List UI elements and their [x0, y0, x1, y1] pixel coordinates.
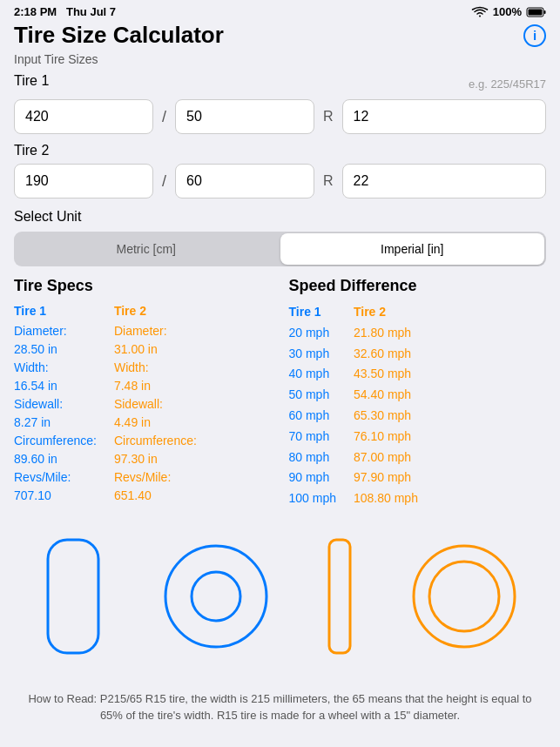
speed-t2-6: 87.00 mph: [354, 448, 418, 468]
tire2-width-label: Width:: [114, 359, 197, 377]
title-row: Tire Size Calculator i: [14, 22, 546, 49]
svg-point-5: [192, 572, 240, 621]
footer-text: How to Read: P215/65 R15 tire, the width…: [14, 680, 546, 735]
tire2-inputs: / R: [14, 164, 546, 199]
speed-t1-7: 90 mph: [289, 468, 336, 488]
tire1-rim-input[interactable]: [342, 99, 546, 134]
tire1-side-visual: [39, 535, 109, 657]
tire2-spec-col: Tire 2 Diameter: 31.00 in Width: 7.48 in…: [114, 302, 197, 505]
speed-t1-4: 60 mph: [289, 406, 336, 427]
speed-columns: Tire 1 20 mph 30 mph 40 mph 50 mph 60 mp…: [289, 302, 547, 509]
app-title: Tire Size Calculator: [14, 22, 224, 49]
speed-tire2-col: Tire 2 21.80 mph 32.60 mph 43.50 mph 54.…: [354, 302, 418, 509]
tire-specs-section: Tire Specs Tire 1 Diameter: 28.50 in Wid…: [14, 277, 280, 509]
svg-point-4: [165, 546, 267, 647]
speed-t2-4: 65.30 mph: [354, 406, 418, 427]
tire2-r-label: R: [320, 173, 337, 189]
svg-rect-6: [329, 540, 350, 653]
tire2-label: Tire 2: [14, 143, 49, 158]
tire2-width-val: 7.48 in: [114, 377, 197, 395]
battery-icon: [527, 7, 546, 17]
speed-t1-3: 50 mph: [289, 385, 336, 406]
info-button[interactable]: i: [523, 24, 546, 47]
tire2-divider: /: [159, 172, 170, 191]
tire1-diameter-label: Diameter:: [14, 322, 97, 340]
speed-t1-5: 70 mph: [289, 427, 336, 448]
tire1-section: Tire 1 e.g. 225/45R17 / R: [14, 73, 546, 134]
speed-tire2-label: Tire 2: [354, 302, 418, 323]
tire1-aspect-input[interactable]: [175, 99, 314, 134]
tire1-label: Tire 1: [14, 73, 49, 89]
svg-rect-3: [48, 540, 98, 653]
status-right: 100%: [472, 5, 546, 18]
svg-point-8: [429, 562, 499, 631]
speed-t2-3: 54.40 mph: [354, 385, 418, 406]
speed-t2-7: 97.90 mph: [354, 468, 418, 488]
main-content: Tire Size Calculator i Input Tire Sizes …: [0, 22, 560, 747]
tire1-width-val: 16.54 in: [14, 377, 97, 395]
speed-t1-2: 40 mph: [289, 364, 336, 385]
tire2-section: Tire 2 / R: [14, 143, 546, 199]
tire1-inputs: / R: [14, 99, 546, 134]
tire2-diameter-label: Diameter:: [114, 322, 197, 340]
tire1-revs-val: 707.10: [14, 487, 97, 505]
speed-t1-0: 20 mph: [289, 323, 336, 344]
unit-selector: Metric [cm] Imperial [in]: [14, 232, 546, 266]
tire1-spec-col: Tire 1 Diameter: 28.50 in Width: 16.54 i…: [14, 302, 97, 505]
tire1-revs-label: Revs/Mile:: [14, 468, 97, 487]
unit-label: Select Unit: [14, 209, 546, 225]
tire-hint: e.g. 225/45R17: [469, 77, 546, 91]
input-section-label: Input Tire Sizes: [14, 52, 546, 66]
tire2-diameter-val: 31.00 in: [114, 340, 197, 359]
status-bar: 2:18 PM Thu Jul 7 100%: [0, 0, 560, 22]
speed-t1-6: 80 mph: [289, 448, 336, 468]
tire1-spec-label: Tire 1: [14, 302, 97, 320]
tire2-sidewall-label: Sidewall:: [114, 395, 197, 414]
tire1-sidewall-label: Sidewall:: [14, 395, 97, 414]
status-time: 2:18 PM Thu Jul 7: [14, 5, 116, 18]
tire2-revs-label: Revs/Mile:: [114, 468, 197, 487]
tire2-side-visual: [322, 535, 357, 657]
imperial-button[interactable]: Imperial [in]: [280, 233, 545, 265]
svg-rect-1: [544, 10, 546, 14]
speed-t2-1: 32.60 mph: [354, 344, 418, 365]
tire1-label-row: Tire 1 e.g. 225/45R17: [14, 73, 546, 94]
speed-t2-8: 108.80 mph: [354, 488, 418, 509]
wifi-icon: [472, 6, 488, 17]
speed-tire1-col: Tire 1 20 mph 30 mph 40 mph 50 mph 60 mp…: [289, 302, 336, 509]
tire2-rim-input[interactable]: [342, 164, 546, 199]
speed-diff-header: Speed Difference: [289, 277, 547, 295]
tire1-sidewall-val: 8.27 in: [14, 414, 97, 432]
tire1-diameter-val: 28.50 in: [14, 340, 97, 359]
specs-speed-row: Tire Specs Tire 1 Diameter: 28.50 in Wid…: [14, 277, 546, 509]
visuals-row: [14, 527, 546, 666]
tire2-spec-label: Tire 2: [114, 302, 197, 320]
tire1-divider: /: [159, 108, 170, 126]
tire2-front-visual: [408, 540, 521, 653]
tire2-revs-val: 651.40: [114, 487, 197, 505]
tire-specs-header: Tire Specs: [14, 277, 272, 295]
speed-t1-8: 100 mph: [289, 488, 336, 509]
unit-section: Select Unit Metric [cm] Imperial [in]: [14, 209, 546, 266]
speed-t2-5: 76.10 mph: [354, 427, 418, 448]
speed-diff-section: Speed Difference Tire 1 20 mph 30 mph 40…: [280, 277, 547, 509]
tire2-sidewall-val: 4.49 in: [114, 414, 197, 432]
tire2-label-row: Tire 2: [14, 143, 546, 158]
tire1-width-label: Width:: [14, 359, 97, 377]
tire2-circ-val: 97.30 in: [114, 450, 197, 468]
tire1-circ-val: 89.60 in: [14, 450, 97, 468]
tire1-circ-label: Circumference:: [14, 432, 97, 450]
tire1-r-label: R: [320, 109, 337, 124]
tire2-aspect-input[interactable]: [175, 164, 314, 199]
metric-button[interactable]: Metric [cm]: [14, 232, 279, 266]
svg-rect-2: [529, 9, 543, 15]
speed-t2-0: 21.80 mph: [354, 323, 418, 344]
speed-tire1-label: Tire 1: [289, 302, 336, 323]
tire2-width-input[interactable]: [14, 164, 153, 199]
battery-percentage: 100%: [493, 5, 522, 18]
tire1-front-visual: [159, 540, 273, 653]
speed-t1-1: 30 mph: [289, 344, 336, 365]
tire1-width-input[interactable]: [14, 99, 153, 134]
tire2-circ-label: Circumference:: [114, 432, 197, 450]
speed-t2-2: 43.50 mph: [354, 364, 418, 385]
